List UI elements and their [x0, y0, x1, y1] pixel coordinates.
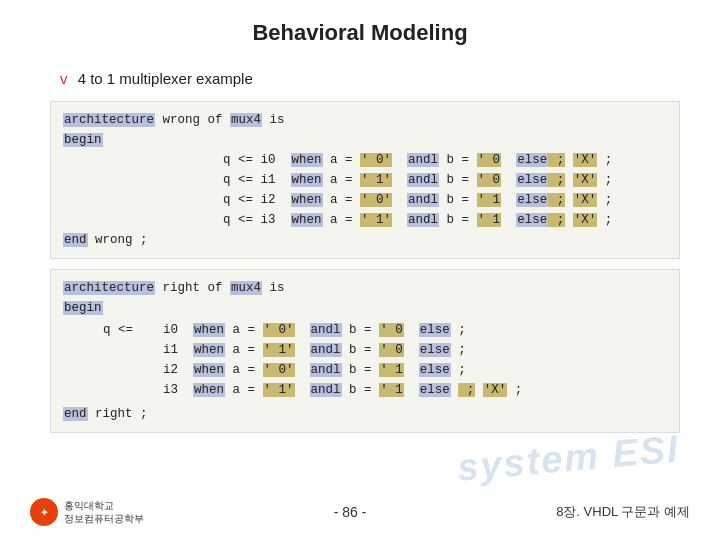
- code-right-block: architecture right of mux4 is begin q <=…: [50, 269, 680, 433]
- code-right-line1: i0 when a = ' 0' andl b = ' 0 else ;: [163, 320, 522, 340]
- footer-left: ✦ 홍익대학교 정보컴퓨터공학부: [30, 498, 144, 526]
- code-wrong-line4: q <= i3 when a = ' 1' andl b = ' 1 else …: [223, 210, 612, 230]
- slide: Behavioral Modeling v 4 to 1 multiplexer…: [0, 0, 720, 540]
- slide-title: Behavioral Modeling: [40, 20, 680, 52]
- code-right-line2: i1 when a = ' 1' andl b = ' 0 else ;: [163, 340, 522, 360]
- code-right-line4: i3 when a = ' 1' andl b = ' 1 else ; 'X'…: [163, 380, 522, 400]
- code-right-q-label: q <=: [103, 320, 133, 400]
- footer-page: - 86 -: [334, 504, 367, 520]
- code-right-header: architecture right of mux4 is: [63, 278, 667, 298]
- code-wrong-line1: q <= i0 when a = ' 0' andl b = ' 0 else …: [223, 150, 612, 170]
- footer: ✦ 홍익대학교 정보컴퓨터공학부 - 86 - 8장. VHDL 구문과 예제: [0, 498, 720, 526]
- footer-logo-icon: ✦: [30, 498, 58, 526]
- watermark: system ESI: [456, 427, 682, 489]
- code-wrong-line3: q <= i2 when a = ' 0' andl b = ' 1 else …: [223, 190, 612, 210]
- code-wrong-body: q <= i0 when a = ' 0' andl b = ' 0 else …: [223, 150, 667, 230]
- code-right-line3: i2 when a = ' 0' andl b = ' 1 else ;: [163, 360, 522, 380]
- footer-chapter: 8장. VHDL 구문과 예제: [556, 503, 690, 521]
- code-wrong-line2: q <= i1 when a = ' 1' andl b = ' 0 else …: [223, 170, 612, 190]
- footer-school: 홍익대학교 정보컴퓨터공학부: [64, 499, 144, 525]
- code-wrong-block: architecture wrong of mux4 is begin q <=…: [50, 101, 680, 259]
- code-wrong-end: end wrong ;: [63, 230, 667, 250]
- content-area: v 4 to 1 multiplexer example architectur…: [50, 70, 680, 433]
- code-wrong-begin: begin: [63, 130, 667, 150]
- bullet-icon: v: [60, 70, 68, 87]
- code-right-begin: begin: [63, 298, 667, 318]
- code-right-lines: i0 when a = ' 0' andl b = ' 0 else ; i1 …: [163, 320, 522, 400]
- code-wrong-header: architecture wrong of mux4 is: [63, 110, 667, 130]
- code-right-end: end right ;: [63, 404, 667, 424]
- code-right-body: q <= i0 when a = ' 0' andl b = ' 0 else …: [103, 320, 667, 400]
- subtitle: v 4 to 1 multiplexer example: [60, 70, 680, 87]
